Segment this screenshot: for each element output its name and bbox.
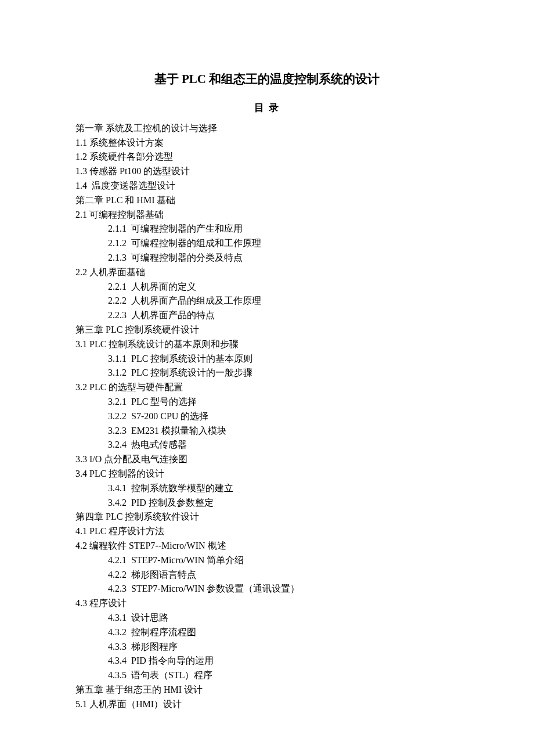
toc-entry: 3.1.2 PLC 控制系统设计的一般步骤 — [75, 366, 459, 380]
toc-entry: 3.4 PLC 控制器的设计 — [75, 467, 459, 481]
toc-entry: 2.2.2 人机界面产品的组成及工作原理 — [75, 294, 459, 308]
toc-entry: 3.2.4 热电式传感器 — [75, 438, 459, 452]
toc-entry: 4.2.3 STEP7-Micro/WIN 参数设置（通讯设置） — [75, 582, 459, 596]
toc-entry: 3.2 PLC 的选型与硬件配置 — [75, 380, 459, 395]
toc-entry: 1.4 温度变送器选型设计 — [75, 179, 459, 193]
toc-entry: 1.1 系统整体设计方案 — [75, 136, 459, 150]
toc-entry: 4.3.1 设计思路 — [75, 611, 459, 625]
toc-entry: 2.1.1 可编程控制器的产生和应用 — [75, 222, 459, 236]
toc-entry: 4.2.2 梯形图语言特点 — [75, 568, 459, 582]
toc-container: 第一章 系统及工控机的设计与选择1.1 系统整体设计方案1.2 系统硬件各部分选… — [75, 121, 459, 712]
toc-entry: 3.1.1 PLC 控制系统设计的基本原则 — [75, 352, 459, 366]
toc-entry: 1.3 传感器 Pt100 的选型设计 — [75, 164, 459, 179]
toc-entry: 4.3.5 语句表（STL）程序 — [75, 668, 459, 683]
toc-entry: 4.3.3 梯形图程序 — [75, 640, 459, 654]
toc-entry: 第三章 PLC 控制系统硬件设计 — [75, 323, 459, 337]
toc-entry: 第二章 PLC 和 HMI 基础 — [75, 193, 459, 208]
toc-entry: 2.2.3 人机界面产品的特点 — [75, 308, 459, 323]
toc-entry: 3.2.2 S7-200 CPU 的选择 — [75, 409, 459, 424]
toc-entry: 3.4.1 控制系统数学模型的建立 — [75, 481, 459, 496]
toc-entry: 3.2.3 EM231 模拟量输入模块 — [75, 424, 459, 438]
toc-entry: 第一章 系统及工控机的设计与选择 — [75, 121, 459, 136]
toc-heading: 目 录 — [75, 100, 459, 116]
toc-entry: 1.2 系统硬件各部分选型 — [75, 150, 459, 164]
toc-entry: 3.2.1 PLC 型号的选择 — [75, 395, 459, 409]
toc-entry: 第四章 PLC 控制系统软件设计 — [75, 510, 459, 524]
toc-entry: 2.1.3 可编程控制器的分类及特点 — [75, 251, 459, 265]
toc-entry: 第五章 基于组态王的 HMI 设计 — [75, 683, 459, 697]
toc-entry: 2.2.1 人机界面的定义 — [75, 280, 459, 294]
toc-entry: 5.1 人机界面（HMI）设计 — [75, 697, 459, 712]
toc-entry: 2.1 可编程控制器基础 — [75, 208, 459, 222]
toc-entry: 3.3 I/O 点分配及电气连接图 — [75, 452, 459, 467]
toc-entry: 4.3.2 控制程序流程图 — [75, 625, 459, 640]
toc-entry: 3.4.2 PID 控制及参数整定 — [75, 496, 459, 510]
toc-entry: 4.3 程序设计 — [75, 596, 459, 611]
toc-entry: 2.1.2 可编程控制器的组成和工作原理 — [75, 236, 459, 251]
toc-entry: 4.2.1 STEP7-Micro/WIN 简单介绍 — [75, 553, 459, 568]
document-title: 基于 PLC 和组态王的温度控制系统的设计 — [75, 70, 459, 89]
toc-entry: 3.1 PLC 控制系统设计的基本原则和步骤 — [75, 337, 459, 352]
toc-entry: 4.3.4 PID 指令向导的运用 — [75, 654, 459, 668]
toc-entry: 4.1 PLC 程序设计方法 — [75, 524, 459, 539]
toc-entry: 4.2 编程软件 STEP7--Micro/WIN 概述 — [75, 539, 459, 553]
toc-entry: 2.2 人机界面基础 — [75, 265, 459, 280]
